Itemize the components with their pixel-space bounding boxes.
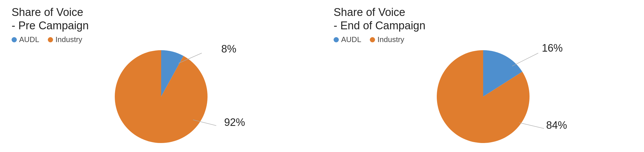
chart1-area: 8% 92% bbox=[12, 47, 310, 146]
chart1-pct-industry: 92% bbox=[224, 116, 245, 129]
svg-line-2 bbox=[512, 53, 538, 66]
chart2-industry-dot bbox=[370, 37, 375, 42]
svg-line-0 bbox=[179, 53, 202, 63]
chart1-industry-dot bbox=[48, 37, 53, 42]
chart2-pct-industry: 84% bbox=[546, 119, 567, 131]
chart1-industry-label: Industry bbox=[55, 35, 82, 44]
chart2-legend: AUDL Industry bbox=[334, 35, 632, 44]
chart2-legend-industry: Industry bbox=[370, 35, 404, 44]
chart2-pct-audl: 16% bbox=[542, 42, 563, 54]
chart1-legend-industry: Industry bbox=[48, 35, 82, 44]
svg-line-1 bbox=[193, 120, 216, 126]
chart2-industry-label: Industry bbox=[377, 35, 404, 44]
chart1-legend-audl: AUDL bbox=[12, 35, 39, 44]
chart2-title: Share of Voice - End of Campaign bbox=[334, 6, 632, 32]
chart2-container: Share of Voice - End of Campaign AUDL In… bbox=[322, 0, 644, 152]
chart1-container: Share of Voice - Pre Campaign AUDL Indus… bbox=[0, 0, 322, 152]
chart1-legend: AUDL Industry bbox=[12, 35, 310, 44]
chart1-label-lines bbox=[112, 47, 210, 146]
chart2-pie-wrapper: 16% 84% bbox=[434, 47, 532, 146]
chart1-audl-label: AUDL bbox=[19, 35, 39, 44]
chart1-audl-dot bbox=[12, 37, 17, 42]
chart2-audl-dot bbox=[334, 37, 339, 42]
svg-line-3 bbox=[519, 123, 544, 129]
chart1-title: Share of Voice - Pre Campaign bbox=[12, 6, 310, 32]
chart1-pct-audl: 8% bbox=[221, 43, 236, 55]
chart2-legend-audl: AUDL bbox=[334, 35, 361, 44]
chart1-pie-wrapper: 8% 92% bbox=[112, 47, 210, 146]
chart2-label-lines bbox=[434, 47, 532, 146]
chart2-audl-label: AUDL bbox=[341, 35, 361, 44]
chart2-area: 16% 84% bbox=[334, 47, 632, 146]
